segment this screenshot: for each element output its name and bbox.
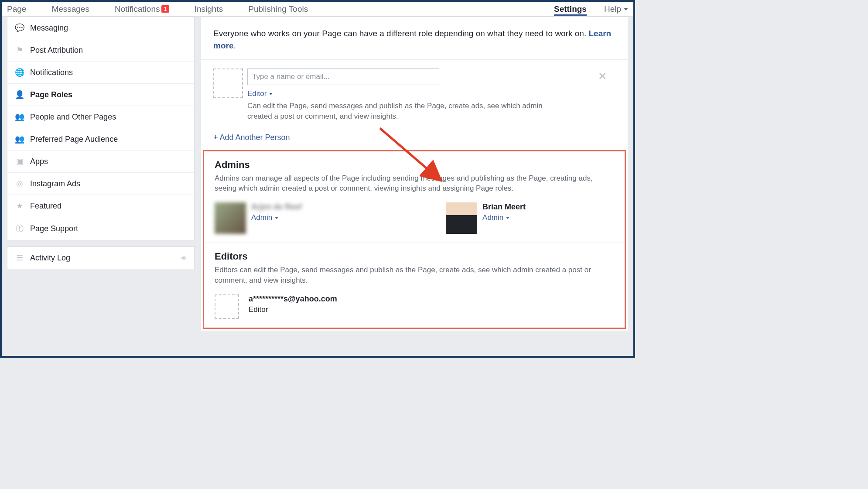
role-dropdown[interactable]: Editor (247, 89, 615, 98)
admins-section: Admins Admins can manage all aspects of … (204, 151, 625, 243)
nav-label: Help (604, 4, 621, 14)
sidebar-item-featured[interactable]: ★Featured (7, 195, 194, 217)
person-name: a**********s@yahoo.com (249, 294, 337, 304)
avatar (215, 202, 246, 234)
nav-insights[interactable]: Insights (195, 2, 223, 16)
nav-label: Notifications (115, 4, 160, 14)
top-nav: Page Messages Notifications1 Insights Pu… (2, 2, 633, 17)
person-row: a**********s@yahoo.com Editor (215, 294, 337, 319)
facebook-icon: ⓕ (15, 223, 24, 234)
nav-label: Settings (554, 4, 587, 14)
person-role-dropdown[interactable]: Admin (482, 213, 526, 222)
editors-section: Editors Editors can edit the Page, send … (204, 243, 625, 328)
sidebar-item-page-roles[interactable]: 👤Page Roles (7, 84, 194, 106)
sidebar-label: Preferred Page Audience (30, 135, 118, 144)
person-name: Brian Meert (482, 202, 526, 212)
admins-title: Admins (215, 159, 614, 171)
chevron-down-icon (506, 217, 509, 219)
person-icon: 👤 (15, 90, 24, 99)
role-label: Admin (251, 213, 272, 222)
person-name: Arjen de Reef (251, 202, 302, 212)
intro-body: Everyone who works on your Page can have… (213, 29, 588, 38)
sidebar-label: Post Attribution (30, 46, 83, 55)
people-icon: 👥 (15, 112, 24, 122)
add-person-section: Editor Can edit the Page, send messages … (201, 60, 628, 126)
avatar (446, 202, 477, 234)
sidebar-item-apps[interactable]: ▣Apps (7, 150, 194, 173)
box-icon: ▣ (15, 157, 24, 166)
annotation-highlight: Admins Admins can manage all aspects of … (203, 150, 626, 329)
admins-desc: Admins can manage all aspects of the Pag… (215, 173, 598, 194)
nav-publishing-tools[interactable]: Publishing Tools (248, 2, 308, 16)
add-another-person-link[interactable]: + Add Another Person (201, 126, 628, 150)
sidebar-label: Notifications (30, 68, 73, 77)
name-email-input[interactable] (247, 68, 439, 85)
nav-label: Messages (51, 4, 89, 14)
role-label: Admin (482, 213, 503, 222)
sidebar-item-people-pages[interactable]: 👥People and Other Pages (7, 106, 194, 128)
editors-title: Editors (215, 251, 614, 262)
chevron-down-icon (624, 8, 628, 10)
sidebar-item-activity-log[interactable]: ☰Activity Log⎆ (7, 247, 194, 269)
chevron-down-icon (275, 217, 278, 219)
sidebar-label: Featured (30, 202, 62, 211)
nav-label: Page (7, 4, 26, 14)
sidebar-item-preferred-audience[interactable]: 👥Preferred Page Audience (7, 128, 194, 150)
sidebar-label: Instagram Ads (30, 179, 80, 188)
nav-label: Publishing Tools (248, 4, 308, 14)
settings-sidebar: 💬Messaging ⚑Post Attribution 🌐Notificati… (7, 17, 195, 331)
notifications-badge: 1 (161, 5, 169, 13)
sidebar-label: Messaging (30, 24, 68, 33)
person-row: Arjen de Reef Admin (215, 202, 302, 234)
nav-page[interactable]: Page (7, 2, 26, 16)
sidebar-item-notifications[interactable]: 🌐Notifications (7, 62, 194, 84)
person-role-dropdown[interactable]: Admin (251, 213, 302, 222)
sidebar-item-instagram-ads[interactable]: ◎Instagram Ads (7, 173, 194, 195)
sidebar-label: Page Support (30, 224, 78, 233)
sidebar-item-messaging[interactable]: 💬Messaging (7, 17, 194, 39)
nav-settings[interactable]: Settings (554, 2, 587, 16)
main-panel: Everyone who works on your Page can have… (201, 17, 628, 331)
avatar-placeholder (213, 68, 243, 98)
instagram-icon: ◎ (15, 179, 24, 188)
chevron-down-icon (269, 93, 273, 95)
close-icon[interactable]: ✕ (598, 70, 607, 82)
person-role-label: Editor (249, 305, 337, 314)
sidebar-item-post-attribution[interactable]: ⚑Post Attribution (7, 39, 194, 62)
sidebar-label: People and Other Pages (30, 113, 116, 122)
flag-icon: ⚑ (15, 45, 24, 55)
nav-messages[interactable]: Messages (51, 2, 89, 16)
nav-notifications[interactable]: Notifications1 (115, 2, 169, 16)
sidebar-item-page-support[interactable]: ⓕPage Support (7, 217, 194, 240)
editors-desc: Editors can edit the Page, send messages… (215, 265, 598, 286)
nav-label: Insights (195, 4, 223, 14)
globe-icon: 🌐 (15, 68, 24, 77)
nav-help[interactable]: Help (604, 2, 628, 16)
star-icon: ★ (15, 201, 24, 211)
list-icon: ☰ (15, 253, 24, 263)
people-icon: 👥 (15, 134, 24, 144)
avatar-placeholder (215, 294, 239, 319)
role-label: Editor (247, 89, 267, 98)
sidebar-label: Apps (30, 157, 48, 166)
sidebar-label: Page Roles (30, 90, 72, 99)
sidebar-label: Activity Log (30, 253, 70, 263)
person-row: Brian Meert Admin (446, 202, 526, 234)
intro-text: Everyone who works on your Page can have… (201, 17, 628, 60)
chat-icon: 💬 (15, 23, 24, 33)
role-description: Can edit the Page, send messages and pub… (247, 101, 553, 122)
exit-icon: ⎆ (181, 253, 186, 263)
